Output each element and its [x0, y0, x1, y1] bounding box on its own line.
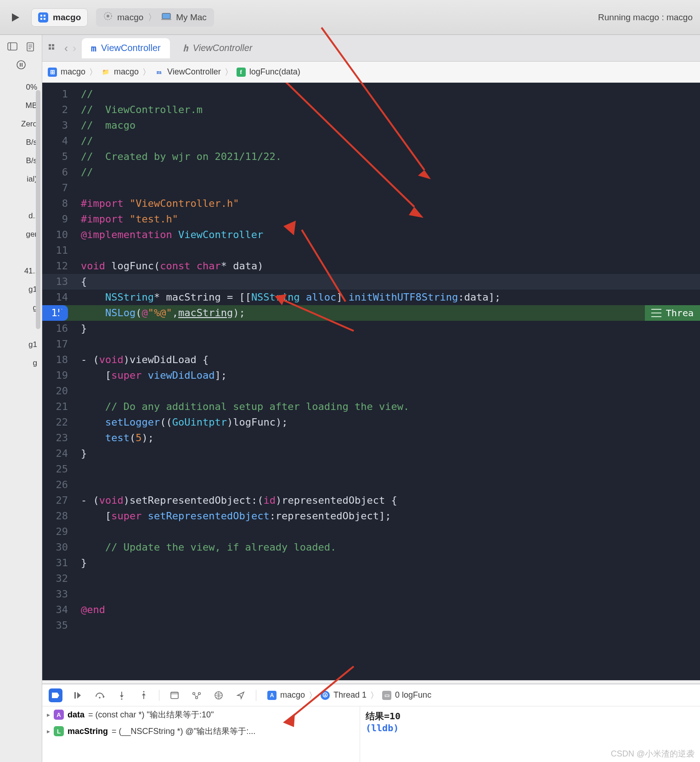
function-icon: f	[237, 68, 246, 77]
breakpoints-toggle[interactable]	[49, 688, 62, 702]
tab-viewcontroller-h[interactable]: h ViewController	[174, 38, 262, 58]
continue-button[interactable]	[71, 688, 85, 702]
chevron-right-icon: 〉	[370, 690, 378, 701]
variables-view[interactable]: ▸Adata = (const char *) "输出结果等于:10"▸Lmac…	[42, 706, 360, 762]
svg-rect-21	[52, 47, 54, 50]
svg-point-39	[198, 692, 201, 694]
folder-icon: 📁	[101, 68, 110, 77]
panel-icon[interactable]	[7, 42, 17, 54]
svg-rect-3	[40, 18, 42, 20]
disclosure-icon[interactable]: ▸	[47, 728, 50, 735]
tab-label: ViewController	[101, 43, 161, 53]
thread-icon: ⦿	[321, 691, 330, 700]
device-icon	[161, 12, 171, 23]
debug-jump-bar[interactable]: A macgo 〉 ⦿ Thread 1 〉 ▭ 0 logFunc	[267, 690, 431, 701]
pause-icon[interactable]	[17, 60, 26, 72]
run-button[interactable]	[7, 10, 23, 25]
crumb-file: ViewController	[167, 67, 221, 77]
project-icon: ⊞	[48, 68, 57, 77]
var-value: = (const char *) "输出结果等于:10"	[88, 709, 214, 720]
var-name: macString	[68, 727, 108, 736]
svg-rect-7	[162, 13, 170, 19]
related-items-icon[interactable]	[47, 42, 59, 54]
code-editor[interactable]: 1234567891011121314151617181920212223242…	[42, 83, 700, 680]
run-destination[interactable]: macgo 〉 My Mac	[96, 8, 214, 27]
code-content[interactable]: //// ViewController.m// macgo//// Create…	[73, 83, 700, 633]
crumb-project: macgo	[61, 67, 85, 77]
svg-rect-9	[8, 43, 17, 50]
left-sidebar: 0%MBZeroB/sB/sial)d..ger41..g1gg1g	[0, 35, 42, 762]
file-m-icon: m	[154, 68, 164, 77]
frame-icon: ▭	[382, 691, 391, 700]
sidebar-metric: g1	[0, 336, 42, 354]
console-line: 结果=10	[366, 710, 694, 722]
location-icon[interactable]	[234, 688, 248, 702]
file-m-icon: m	[91, 43, 96, 54]
svg-marker-0	[12, 13, 19, 22]
toolbar: macgo macgo 〉 My Mac Running macgo : mac…	[0, 0, 700, 35]
debug-view-icon[interactable]	[168, 688, 181, 702]
debug-process: macgo	[280, 690, 305, 700]
tab-viewcontroller-m[interactable]: m ViewController	[82, 38, 170, 58]
line-gutter[interactable]: 1234567891011121314151617181920212223242…	[42, 83, 73, 680]
svg-point-35	[143, 691, 144, 692]
nav-back-button[interactable]: ‹	[62, 42, 70, 55]
doc-icon[interactable]	[26, 42, 34, 54]
var-kind-badge: L	[54, 726, 64, 736]
jump-bar[interactable]: ⊞macgo 〉 📁macgo 〉 mViewController 〉 flog…	[42, 62, 700, 83]
debug-toolbar: A macgo 〉 ⦿ Thread 1 〉 ▭ 0 logFunc	[42, 684, 700, 706]
tab-label: ViewController	[193, 43, 253, 53]
variable-row[interactable]: ▸Adata = (const char *) "输出结果等于:10"	[42, 706, 360, 723]
target-icon	[103, 11, 113, 23]
var-value: = (__NSCFString *) @"输出结果等于:...	[112, 726, 255, 737]
app-icon	[38, 12, 48, 23]
svg-line-42	[197, 694, 199, 697]
file-h-icon: h	[183, 43, 188, 54]
svg-rect-17	[22, 63, 23, 67]
variable-row[interactable]: ▸LmacString = (__NSCFString *) @"输出结果等于:…	[42, 723, 360, 739]
debug-frame: 0 logFunc	[395, 690, 431, 700]
tab-strip: ‹ › m ViewController h ViewController	[42, 35, 700, 62]
sidebar-scrollbar[interactable]	[36, 90, 40, 329]
svg-rect-26	[74, 692, 76, 699]
debug-resize-handle[interactable]	[42, 680, 700, 684]
step-out-button[interactable]	[137, 688, 151, 702]
sidebar-metric: g	[0, 354, 42, 372]
svg-line-41	[194, 694, 196, 697]
svg-rect-16	[20, 63, 21, 67]
debug-area: A macgo 〉 ⦿ Thread 1 〉 ▭ 0 logFunc ▸Adat…	[42, 684, 700, 762]
chevron-right-icon: 〉	[225, 67, 233, 78]
scheme-label: macgo	[53, 12, 81, 23]
env-overrides-icon[interactable]	[212, 688, 226, 702]
svg-rect-37	[171, 692, 178, 694]
chevron-right-icon: 〉	[309, 690, 317, 701]
activity-status: Running macgo : macgo	[598, 12, 693, 23]
memory-graph-icon[interactable]	[190, 688, 203, 702]
lldb-prompt: (lldb)	[366, 722, 694, 734]
svg-marker-34	[142, 693, 146, 695]
svg-point-15	[17, 61, 25, 69]
svg-marker-28	[103, 695, 105, 698]
step-into-button[interactable]	[115, 688, 129, 702]
nav-forward-button[interactable]: ›	[71, 42, 78, 55]
watermark: CSDN @小米渣的逆袭	[611, 748, 694, 759]
menu-icon	[651, 309, 661, 317]
crumb-symbol: logFunc(data)	[249, 67, 300, 77]
svg-point-32	[121, 698, 122, 699]
thread-indicator[interactable]: Threa	[645, 305, 700, 321]
svg-rect-1	[40, 15, 42, 17]
chevron-right-icon: 〉	[148, 11, 157, 23]
svg-rect-8	[161, 19, 171, 20]
svg-marker-27	[77, 692, 81, 699]
thread-badge-label: Threa	[666, 305, 694, 321]
disclosure-icon[interactable]: ▸	[47, 711, 50, 718]
crumb-group: macgo	[114, 67, 139, 77]
svg-rect-18	[49, 44, 51, 46]
scheme-selector[interactable]: macgo	[31, 8, 88, 27]
var-name: data	[68, 710, 85, 720]
chevron-right-icon: 〉	[89, 67, 97, 78]
var-kind-badge: A	[54, 710, 64, 720]
step-over-button[interactable]	[93, 688, 107, 702]
svg-point-6	[107, 15, 109, 17]
svg-marker-31	[120, 695, 124, 698]
